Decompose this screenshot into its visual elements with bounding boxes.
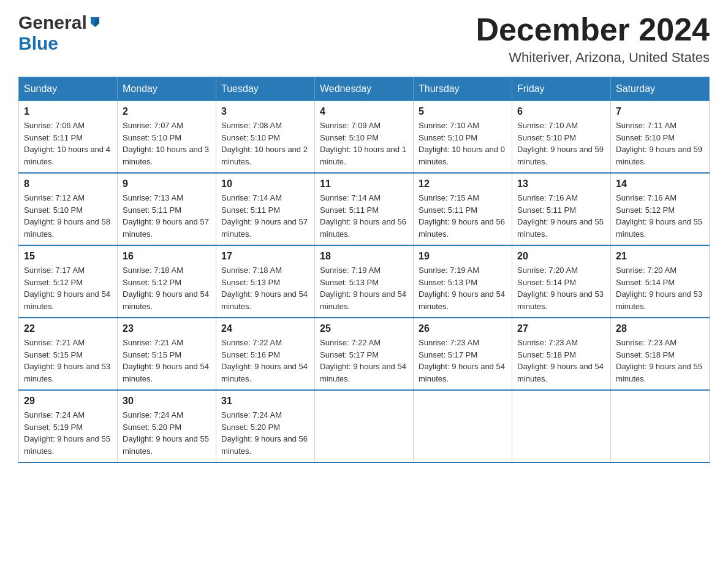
day-info: Sunrise: 7:07 AM Sunset: 5:10 PM Dayligh… bbox=[123, 120, 211, 167]
table-row: 18 Sunrise: 7:19 AM Sunset: 5:13 PM Dayl… bbox=[315, 245, 414, 318]
day-number: 30 bbox=[123, 396, 211, 407]
day-info: Sunrise: 7:20 AM Sunset: 5:14 PM Dayligh… bbox=[517, 264, 605, 312]
month-title: December 2024 bbox=[476, 12, 710, 47]
day-info: Sunrise: 7:18 AM Sunset: 5:13 PM Dayligh… bbox=[221, 264, 309, 312]
day-info: Sunrise: 7:14 AM Sunset: 5:11 PM Dayligh… bbox=[320, 192, 408, 240]
day-info: Sunrise: 7:13 AM Sunset: 5:11 PM Dayligh… bbox=[123, 192, 211, 240]
day-number: 31 bbox=[221, 396, 309, 407]
location-title: Whiteriver, Arizona, United States bbox=[476, 50, 710, 66]
table-row: 21 Sunrise: 7:20 AM Sunset: 5:14 PM Dayl… bbox=[611, 245, 710, 318]
day-number: 16 bbox=[123, 251, 211, 262]
day-info: Sunrise: 7:21 AM Sunset: 5:15 PM Dayligh… bbox=[24, 337, 112, 385]
table-row: 2 Sunrise: 7:07 AM Sunset: 5:10 PM Dayli… bbox=[118, 101, 216, 174]
table-row: 5 Sunrise: 7:10 AM Sunset: 5:10 PM Dayli… bbox=[414, 101, 512, 174]
day-info: Sunrise: 7:16 AM Sunset: 5:11 PM Dayligh… bbox=[517, 192, 605, 240]
day-number: 3 bbox=[221, 106, 309, 117]
day-info: Sunrise: 7:22 AM Sunset: 5:17 PM Dayligh… bbox=[320, 337, 408, 385]
day-number: 22 bbox=[24, 323, 112, 334]
day-number: 24 bbox=[221, 323, 309, 334]
day-info: Sunrise: 7:19 AM Sunset: 5:13 PM Dayligh… bbox=[320, 264, 408, 312]
day-number: 2 bbox=[123, 106, 211, 117]
day-number: 29 bbox=[24, 396, 112, 407]
table-row: 23 Sunrise: 7:21 AM Sunset: 5:15 PM Dayl… bbox=[118, 318, 216, 390]
day-info: Sunrise: 7:10 AM Sunset: 5:10 PM Dayligh… bbox=[517, 120, 605, 167]
header-row: Sunday Monday Tuesday Wednesday Thursday… bbox=[19, 77, 710, 101]
calendar-week-1: 1 Sunrise: 7:06 AM Sunset: 5:11 PM Dayli… bbox=[19, 101, 710, 174]
day-info: Sunrise: 7:11 AM Sunset: 5:10 PM Dayligh… bbox=[616, 120, 704, 167]
day-number: 14 bbox=[616, 178, 704, 190]
day-info: Sunrise: 7:18 AM Sunset: 5:12 PM Dayligh… bbox=[123, 264, 211, 312]
table-row: 27 Sunrise: 7:23 AM Sunset: 5:18 PM Dayl… bbox=[512, 318, 611, 390]
day-number: 12 bbox=[419, 178, 507, 190]
calendar-week-3: 15 Sunrise: 7:17 AM Sunset: 5:12 PM Dayl… bbox=[19, 245, 710, 318]
col-thursday: Thursday bbox=[414, 77, 512, 101]
col-tuesday: Tuesday bbox=[216, 77, 315, 101]
day-number: 13 bbox=[517, 178, 605, 190]
col-wednesday: Wednesday bbox=[315, 77, 414, 101]
table-row: 24 Sunrise: 7:22 AM Sunset: 5:16 PM Dayl… bbox=[216, 318, 315, 390]
day-number: 4 bbox=[320, 106, 408, 117]
table-row: 4 Sunrise: 7:09 AM Sunset: 5:10 PM Dayli… bbox=[315, 101, 414, 174]
day-number: 28 bbox=[616, 323, 704, 334]
day-number: 17 bbox=[221, 251, 309, 262]
table-row: 8 Sunrise: 7:12 AM Sunset: 5:10 PM Dayli… bbox=[19, 173, 118, 245]
table-row: 22 Sunrise: 7:21 AM Sunset: 5:15 PM Dayl… bbox=[19, 318, 118, 390]
table-row: 13 Sunrise: 7:16 AM Sunset: 5:11 PM Dayl… bbox=[512, 173, 611, 245]
day-number: 1 bbox=[24, 106, 112, 117]
table-row: 11 Sunrise: 7:14 AM Sunset: 5:11 PM Dayl… bbox=[315, 173, 414, 245]
day-number: 19 bbox=[419, 251, 507, 262]
table-row: 1 Sunrise: 7:06 AM Sunset: 5:11 PM Dayli… bbox=[19, 101, 118, 174]
day-number: 6 bbox=[517, 106, 605, 117]
table-row: 30 Sunrise: 7:24 AM Sunset: 5:20 PM Dayl… bbox=[118, 390, 216, 462]
day-info: Sunrise: 7:12 AM Sunset: 5:10 PM Dayligh… bbox=[24, 192, 112, 240]
day-info: Sunrise: 7:21 AM Sunset: 5:15 PM Dayligh… bbox=[123, 337, 211, 385]
day-number: 15 bbox=[24, 251, 112, 262]
day-info: Sunrise: 7:06 AM Sunset: 5:11 PM Dayligh… bbox=[24, 120, 112, 167]
table-row: 10 Sunrise: 7:14 AM Sunset: 5:11 PM Dayl… bbox=[216, 173, 315, 245]
day-number: 26 bbox=[419, 323, 507, 334]
table-row: 12 Sunrise: 7:15 AM Sunset: 5:11 PM Dayl… bbox=[414, 173, 512, 245]
calendar-table: Sunday Monday Tuesday Wednesday Thursday… bbox=[18, 77, 710, 463]
table-row bbox=[611, 390, 710, 462]
col-sunday: Sunday bbox=[19, 77, 118, 101]
table-row: 14 Sunrise: 7:16 AM Sunset: 5:12 PM Dayl… bbox=[611, 173, 710, 245]
day-info: Sunrise: 7:24 AM Sunset: 5:20 PM Dayligh… bbox=[221, 409, 309, 457]
day-number: 21 bbox=[616, 251, 704, 262]
table-row: 26 Sunrise: 7:23 AM Sunset: 5:17 PM Dayl… bbox=[414, 318, 512, 390]
table-row: 16 Sunrise: 7:18 AM Sunset: 5:12 PM Dayl… bbox=[118, 245, 216, 318]
day-info: Sunrise: 7:09 AM Sunset: 5:10 PM Dayligh… bbox=[320, 120, 408, 167]
table-row bbox=[414, 390, 512, 462]
table-row: 9 Sunrise: 7:13 AM Sunset: 5:11 PM Dayli… bbox=[118, 173, 216, 245]
logo-blue-text: Blue bbox=[18, 33, 58, 53]
day-number: 20 bbox=[517, 251, 605, 262]
table-row: 7 Sunrise: 7:11 AM Sunset: 5:10 PM Dayli… bbox=[611, 101, 710, 174]
day-number: 23 bbox=[123, 323, 211, 334]
table-row: 29 Sunrise: 7:24 AM Sunset: 5:19 PM Dayl… bbox=[19, 390, 118, 462]
table-row: 15 Sunrise: 7:17 AM Sunset: 5:12 PM Dayl… bbox=[19, 245, 118, 318]
col-friday: Friday bbox=[512, 77, 611, 101]
day-info: Sunrise: 7:17 AM Sunset: 5:12 PM Dayligh… bbox=[24, 264, 112, 312]
table-row: 6 Sunrise: 7:10 AM Sunset: 5:10 PM Dayli… bbox=[512, 101, 611, 174]
day-number: 27 bbox=[517, 323, 605, 334]
table-row: 31 Sunrise: 7:24 AM Sunset: 5:20 PM Dayl… bbox=[216, 390, 315, 462]
day-number: 18 bbox=[320, 251, 408, 262]
table-row: 28 Sunrise: 7:23 AM Sunset: 5:18 PM Dayl… bbox=[611, 318, 710, 390]
table-row: 3 Sunrise: 7:08 AM Sunset: 5:10 PM Dayli… bbox=[216, 101, 315, 174]
day-info: Sunrise: 7:16 AM Sunset: 5:12 PM Dayligh… bbox=[616, 192, 704, 240]
day-info: Sunrise: 7:15 AM Sunset: 5:11 PM Dayligh… bbox=[419, 192, 507, 240]
calendar-week-2: 8 Sunrise: 7:12 AM Sunset: 5:10 PM Dayli… bbox=[19, 173, 710, 245]
table-row bbox=[315, 390, 414, 462]
logo: General Blue bbox=[18, 12, 102, 54]
logo-arrow-icon bbox=[88, 15, 102, 31]
logo-general-text: General bbox=[18, 12, 87, 33]
table-row: 19 Sunrise: 7:19 AM Sunset: 5:13 PM Dayl… bbox=[414, 245, 512, 318]
day-info: Sunrise: 7:22 AM Sunset: 5:16 PM Dayligh… bbox=[221, 337, 309, 385]
table-row: 25 Sunrise: 7:22 AM Sunset: 5:17 PM Dayl… bbox=[315, 318, 414, 390]
table-row: 20 Sunrise: 7:20 AM Sunset: 5:14 PM Dayl… bbox=[512, 245, 611, 318]
day-info: Sunrise: 7:19 AM Sunset: 5:13 PM Dayligh… bbox=[419, 264, 507, 312]
day-info: Sunrise: 7:24 AM Sunset: 5:20 PM Dayligh… bbox=[123, 409, 211, 457]
day-info: Sunrise: 7:23 AM Sunset: 5:18 PM Dayligh… bbox=[517, 337, 605, 385]
col-saturday: Saturday bbox=[611, 77, 710, 101]
day-info: Sunrise: 7:23 AM Sunset: 5:18 PM Dayligh… bbox=[616, 337, 704, 385]
day-info: Sunrise: 7:08 AM Sunset: 5:10 PM Dayligh… bbox=[221, 120, 309, 167]
